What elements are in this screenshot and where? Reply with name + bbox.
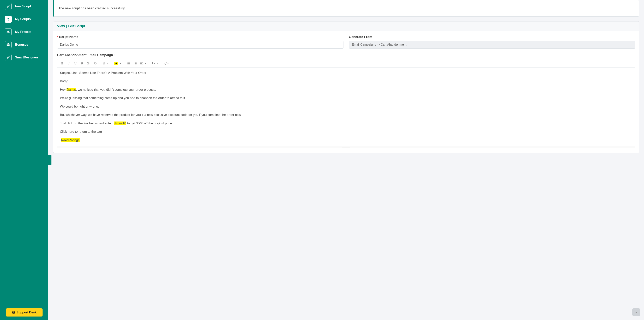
sidebar-item-label: My Scripts [15,18,31,21]
svg-rect-1 [128,63,130,63]
generate-from-label: Generate From [349,35,635,39]
svg-rect-3 [128,63,130,64]
pencil-icon [5,3,12,10]
editor-toolbar: B I U S X2 X2 16▼ A▼ [57,59,635,68]
sidebar-item-my-presets[interactable]: My Presets [0,26,48,38]
superscript-button[interactable]: X2 [86,61,92,66]
italic-button[interactable]: I [66,61,72,66]
sidebar-item-label: New Script [15,5,31,8]
script-name-input[interactable] [57,41,344,49]
sidebar-item-label: Bonuses [15,43,28,47]
support-desk-label: Support Desk [16,311,36,314]
editor-resize-handle[interactable] [57,146,635,148]
scroll-to-top-button[interactable] [632,308,640,316]
align-dropdown[interactable]: ▼ [139,61,148,66]
chevron-left-icon [49,159,51,161]
highlight-code: darius10 [114,122,126,125]
svg-point-2 [128,63,128,64]
svg-rect-7 [135,63,136,63]
underline-button[interactable]: U [72,61,78,66]
ordered-list-button[interactable]: 123 [132,61,138,66]
code-view-button[interactable]: </> [162,61,170,66]
svg-rect-13 [140,63,142,64]
align-icon [140,62,143,65]
sidebar-item-new-script[interactable]: New Script [0,0,48,13]
list-ul-icon [127,62,130,65]
strikethrough-button[interactable]: S [79,61,85,66]
card-header: View | Edit Script [53,22,639,31]
font-color-icon: A [114,62,118,65]
svg-rect-14 [140,64,143,64]
gift-icon [5,41,12,48]
highlight-signature: ReedRatings [61,138,80,142]
list-ol-icon: 123 [134,62,137,65]
svg-text:3: 3 [134,64,134,65]
layers-icon [5,29,12,36]
editor-content[interactable]: Subject Line: Seems Like There's A Probl… [57,68,635,146]
pen-nib-icon [5,54,12,61]
edit-script-card: View | Edit Script *Script Name Generate… [53,21,639,153]
required-asterisk: * [57,35,58,39]
svg-rect-12 [140,63,143,63]
highlight-name: Darius [66,88,76,91]
bold-button[interactable]: B [59,61,65,66]
user-edit-icon [5,16,12,23]
rich-text-editor: B I U S X2 X2 16▼ A▼ [57,59,635,148]
sidebar-item-smartdesignerr[interactable]: SmartDesignerr [0,51,48,64]
script-name-label: *Script Name [57,35,344,39]
chevron-up-icon [635,311,638,313]
svg-rect-11 [135,64,136,64]
alert-message: The new script has been created successf… [58,7,125,10]
generate-from-input [349,41,635,49]
svg-point-4 [128,64,128,65]
help-icon [12,311,15,314]
editor-section-title: Cart Abandonment Email Campaign 1 [57,53,635,57]
svg-point-0 [128,62,128,63]
font-size-dropdown[interactable]: 16▼ [101,61,110,66]
unordered-list-button[interactable] [126,61,132,66]
main-content: The new script has been created successf… [48,0,644,161]
sidebar: New Script My Scripts My Presets Bonuses… [0,0,48,320]
success-alert: The new script has been created successf… [53,0,639,17]
sidebar-item-label: SmartDesignerr [15,56,38,59]
clear-format-dropdown[interactable]: TI▼ [150,61,159,66]
support-desk-button[interactable]: Support Desk [6,308,42,316]
sidebar-item-bonuses[interactable]: Bonuses [0,38,48,51]
subscript-button[interactable]: X2 [92,61,98,66]
svg-rect-9 [135,63,136,64]
font-color-dropdown[interactable]: A▼ [113,61,122,66]
sidebar-item-label: My Presets [15,30,32,34]
svg-rect-5 [128,64,130,64]
sidebar-item-my-scripts[interactable]: My Scripts [0,13,48,26]
sidebar-collapse-toggle[interactable] [48,155,52,165]
